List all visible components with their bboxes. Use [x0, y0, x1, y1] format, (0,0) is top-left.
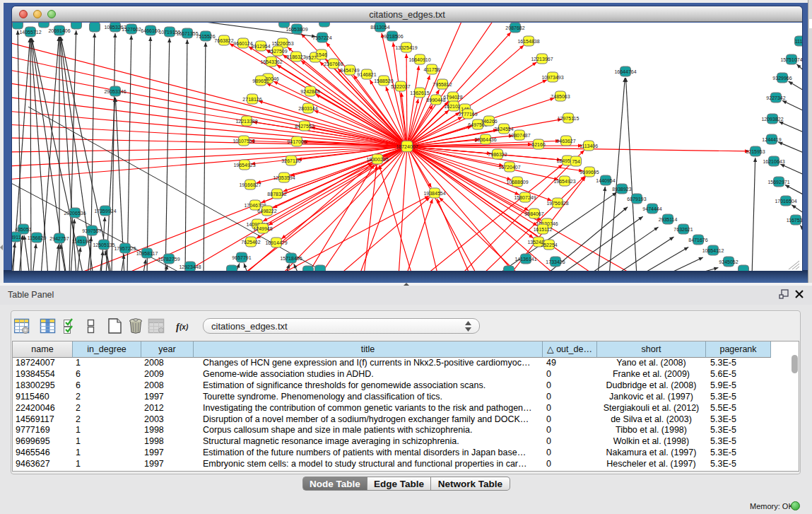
svg-text:2367608: 2367608 [324, 62, 343, 66]
svg-text:14055712: 14055712 [19, 30, 41, 35]
svg-text:7557224: 7557224 [312, 35, 331, 40]
svg-text:12923448: 12923448 [179, 264, 201, 269]
svg-text:12213389: 12213389 [235, 119, 257, 124]
svg-text:1145194: 1145194 [72, 239, 91, 244]
svg-text:10107553: 10107553 [233, 139, 254, 144]
svg-text:939114: 939114 [12, 235, 24, 240]
svg-text:20364436: 20364436 [474, 137, 496, 142]
svg-text:7515526: 7515526 [196, 34, 215, 39]
svg-text:20206536: 20206536 [64, 211, 86, 216]
svg-text:15718485: 15718485 [280, 256, 302, 261]
svg-text:7485063: 7485063 [551, 94, 570, 99]
svg-text:19756928: 19756928 [546, 201, 568, 206]
svg-text:8215953: 8215953 [746, 149, 765, 154]
svg-text:1167533: 1167533 [787, 218, 802, 223]
svg-text:10958117: 10958117 [136, 251, 158, 256]
svg-text:6879193: 6879193 [627, 197, 646, 201]
svg-text:19384554: 19384554 [423, 191, 445, 196]
svg-text:6794028: 6794028 [443, 95, 462, 100]
svg-text:15720407: 15720407 [498, 165, 520, 170]
svg-text:10973493: 10973493 [541, 75, 563, 80]
svg-text:62160: 62160 [531, 142, 546, 147]
svg-text:1733426: 1733426 [546, 259, 565, 264]
svg-text:9242848: 9242848 [300, 89, 319, 94]
svg-text:8938923: 8938923 [612, 187, 631, 192]
svg-text:16154838: 16154838 [517, 39, 539, 44]
svg-text:16671355: 16671355 [176, 31, 198, 36]
svg-text:8427552: 8427552 [295, 124, 314, 129]
svg-text:12213967: 12213967 [531, 57, 553, 62]
svg-text:17016504: 17016504 [775, 199, 796, 204]
svg-text:15807249: 15807249 [514, 195, 536, 200]
svg-text:2803144: 2803144 [298, 106, 317, 111]
svg-text:7955812: 7955812 [433, 82, 452, 87]
svg-text:1527602: 1527602 [122, 27, 141, 32]
svg-text:2087682: 2087682 [505, 25, 524, 30]
svg-text:8813054: 8813054 [370, 25, 389, 30]
svg-text:1113406: 1113406 [579, 144, 598, 148]
svg-text:15751074: 15751074 [780, 57, 802, 62]
svg-text:9227342: 9227342 [766, 95, 785, 100]
svg-text:9463627: 9463627 [556, 139, 575, 144]
svg-text:435051: 435051 [15, 227, 31, 232]
svg-text:16543362: 16543362 [260, 59, 282, 64]
svg-text:8471676: 8471676 [688, 238, 707, 243]
svg-text:8878332: 8878332 [267, 192, 286, 197]
svg-text:9084067: 9084067 [524, 211, 543, 216]
svg-text:9417006: 9417006 [287, 139, 306, 144]
svg-text:15692971: 15692971 [767, 180, 789, 185]
svg-text:12975115: 12975115 [558, 116, 579, 121]
svg-text:1244419: 1244419 [762, 137, 781, 142]
svg-text:8912954: 8912954 [251, 44, 270, 49]
svg-text:15226053: 15226053 [271, 41, 293, 46]
svg-text:16640910: 16640910 [408, 57, 430, 62]
svg-text:12353594: 12353594 [273, 175, 295, 180]
svg-text:14136141: 14136141 [514, 257, 536, 262]
svg-text:19654923: 19654923 [233, 163, 255, 168]
svg-text:2935114: 2935114 [659, 217, 678, 222]
svg-text:18724007: 18724007 [396, 144, 418, 149]
svg-text:3624554: 3624554 [494, 127, 513, 132]
svg-text:7632621: 7632621 [673, 227, 693, 232]
svg-text:1440954: 1440954 [596, 178, 615, 183]
svg-text:9329966: 9329966 [772, 76, 792, 81]
svg-text:16644764: 16644764 [614, 69, 636, 74]
svg-text:6498222: 6498222 [257, 209, 276, 214]
svg-text:17359924: 17359924 [94, 209, 116, 214]
svg-text:13325419: 13325419 [395, 45, 417, 50]
svg-text:2942757: 2942757 [49, 236, 69, 241]
svg-text:7625402: 7625402 [241, 240, 260, 245]
svg-text:9699695: 9699695 [579, 170, 599, 175]
svg-text:8186323: 8186323 [286, 54, 305, 59]
svg-text:18300295: 18300295 [366, 157, 388, 162]
svg-text:1615112: 1615112 [534, 227, 553, 232]
svg-text:9660124: 9660124 [233, 41, 252, 46]
svg-text:9777169: 9777169 [458, 112, 477, 117]
svg-text:5322037: 5322037 [391, 84, 410, 89]
svg-text:9146821: 9146821 [357, 72, 376, 77]
svg-text:252254: 252254 [541, 243, 557, 247]
svg-text:29053346: 29053346 [104, 89, 126, 94]
svg-text:989651: 989651 [252, 78, 269, 83]
svg-text:1546: 1546 [316, 52, 327, 57]
svg-text:1156829: 1156829 [28, 235, 47, 240]
svg-text:16053809: 16053809 [286, 27, 307, 32]
svg-text:1362615: 1362615 [410, 90, 429, 95]
svg-text:10688609: 10688609 [506, 180, 528, 185]
svg-text:19166827: 19166827 [239, 182, 261, 187]
svg-text:16782759: 16782759 [158, 257, 180, 262]
svg-text:411758: 411758 [424, 67, 440, 72]
svg-text:(x): (x) [180, 323, 189, 331]
svg-text:9397557: 9397557 [82, 228, 101, 233]
svg-text:19218506: 19218506 [381, 34, 403, 39]
svg-text:9657791: 9657791 [232, 255, 251, 260]
svg-text:2718126: 2718126 [242, 97, 261, 102]
svg-text:12093822: 12093822 [761, 117, 783, 122]
svg-text:6466160: 6466160 [141, 28, 160, 33]
svg-text:3267130: 3267130 [281, 158, 300, 163]
svg-text:7663822: 7663822 [214, 38, 233, 43]
svg-text:1588520: 1588520 [374, 78, 393, 83]
svg-text:12505135: 12505135 [93, 243, 114, 247]
svg-text:746266: 746266 [481, 119, 497, 124]
svg-text:7986322: 7986322 [488, 152, 507, 157]
